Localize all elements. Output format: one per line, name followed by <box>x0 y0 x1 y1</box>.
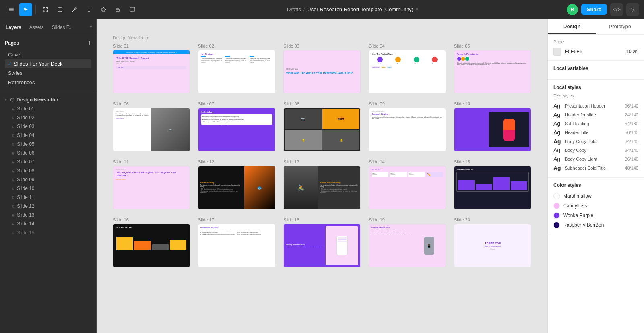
play-button[interactable]: ▷ <box>626 3 639 16</box>
slide-thumb-18[interactable]: Working On User Stories How you will wor… <box>283 224 361 267</box>
layer-item-slide04[interactable]: # Slide 04 <box>0 131 96 140</box>
component-tool-button[interactable] <box>97 3 110 16</box>
swatch-wonka-purple[interactable] <box>553 212 560 219</box>
slide-thumb-17[interactable]: Unanswered Questions 1. What weren't you… <box>198 224 275 267</box>
comment-tool-button[interactable] <box>126 3 139 16</box>
page-color-hex[interactable]: E5E5E5 <box>565 49 582 54</box>
topbar-right: R Share </> ▷ <box>567 3 639 16</box>
slide-20-handle: @furquan <box>490 248 495 250</box>
slide-thumb-14[interactable]: Title Of Slide Part 1 Lorem ipsum Part 2… <box>369 166 446 209</box>
style-name-header-slide[interactable]: Header for slide <box>565 112 621 117</box>
page-item-cover[interactable]: Cover <box>5 50 91 59</box>
layer-item-slide01[interactable]: # Slide 01 <box>0 104 96 113</box>
share-button[interactable]: Share <box>581 4 607 15</box>
layer-item-slide10[interactable]: # Slide 10 <box>0 184 96 193</box>
slide-thumb-11[interactable]: TITLE OF QUOTE "Add A Quote From A Parti… <box>113 166 190 209</box>
page-color-swatch[interactable] <box>553 48 561 56</box>
slide-thumb-04[interactable]: Meet The Project Team Annie Blair Cha <box>369 50 446 93</box>
text-styles-group: Text styles Ag Presentation Header 96/14… <box>553 93 638 172</box>
slide-thumb-05[interactable]: Research Participants Criteria for parti… <box>454 50 531 93</box>
layer-item-slide05[interactable]: # Slide 05 <box>0 140 96 149</box>
hand-tool-button[interactable] <box>111 3 124 16</box>
layer-item-slide14[interactable]: # Slide 14 <box>0 219 96 228</box>
layer-item-slide15[interactable]: # Slide 15 <box>0 228 96 237</box>
style-name-body-bold[interactable]: Body Copy Bold <box>565 139 621 144</box>
style-name-header-title[interactable]: Header Title <box>565 130 621 135</box>
tab-assets[interactable]: Assets <box>27 23 46 32</box>
layer-item-slide07[interactable]: # Slide 07 <box>0 157 96 166</box>
breadcrumb-drafts[interactable]: Drafts <box>287 6 301 12</box>
slide-thumb-10[interactable] <box>454 108 531 151</box>
swatch-candyfloss[interactable] <box>553 203 560 209</box>
swatch-raspberry[interactable] <box>553 222 560 228</box>
layer-label-slide09: Slide 09 <box>17 177 34 182</box>
slide-thumb-01[interactable]: Subscribe To My Free Design Newsletter R… <box>113 50 190 93</box>
layer-item-slide11[interactable]: # Slide 11 <box>0 193 96 202</box>
slide-thumb-12[interactable]: Research Finding Talk about key research… <box>198 166 275 209</box>
ag-icon-body: Ag <box>553 147 561 153</box>
move-tool-button[interactable] <box>19 3 32 16</box>
layer-item-slide03[interactable]: # Slide 03 <box>0 122 96 131</box>
collapse-icon[interactable]: ⌃ <box>89 25 93 30</box>
style-name-presentation-header[interactable]: Presentation Header <box>565 103 621 108</box>
shape-tool-button[interactable] <box>54 3 66 16</box>
slide-thumb-09[interactable]: Insight Into The Designs Research Findin… <box>369 108 446 151</box>
slide-thumb-16[interactable]: Title of Your Bar Chart <box>113 224 190 267</box>
slide-07-card: • How did you carry out the research? Wh… <box>201 114 272 125</box>
tab-layers[interactable]: Layers <box>3 23 24 32</box>
slide-wrapper-12: Slide 12 Research Finding Talk about key… <box>198 159 275 209</box>
page-item-styles[interactable]: Styles <box>5 68 91 78</box>
tab-prototype[interactable]: Prototype <box>596 19 644 34</box>
style-name-body-light[interactable]: Body Copy Light <box>565 157 621 161</box>
slide-thumb-07[interactable]: Methodology • How did you carry out the … <box>198 108 275 151</box>
layer-item-slide06[interactable]: # Slide 06 <box>0 149 96 157</box>
style-row-body-light: Ag Body Copy Light 36/140 <box>553 155 638 163</box>
slide-thumb-13[interactable]: 🚴 Another Research Finding I am trying r… <box>283 166 361 209</box>
code-button[interactable]: </> <box>610 3 623 16</box>
chevron-down-icon[interactable]: ▾ <box>416 6 419 12</box>
style-name-subheader-bold[interactable]: Subheader Bold Title <box>565 165 621 170</box>
ag-icon-subheader-bold: Ag <box>553 165 561 171</box>
style-name-subheading[interactable]: SubHeading <box>565 121 621 126</box>
slide-thumb-08[interactable]: 📷 NEXT 👷 👷 <box>283 108 361 151</box>
color-name-raspberry[interactable]: Raspberry BonBon <box>563 222 604 228</box>
layer-item-slide08[interactable]: # Slide 08 <box>0 166 96 175</box>
layer-label-slide08: Slide 08 <box>17 168 34 174</box>
text-tool-button[interactable] <box>83 3 95 16</box>
layer-label-slide12: Slide 12 <box>17 203 34 209</box>
slide-wrapper-02: Slide 02 Key Findings Lorem ipsum dolor … <box>198 43 275 93</box>
layer-item-slide09[interactable]: # Slide 09 <box>0 175 96 184</box>
page-item-slides[interactable]: ✓ Slides For Your Deck <box>5 59 91 68</box>
color-name-wonka-purple[interactable]: Wonka Purple <box>563 213 593 218</box>
color-name-marshmallow[interactable]: Marshmallow <box>563 193 592 199</box>
add-page-button[interactable]: + <box>88 39 91 47</box>
page-item-references[interactable]: References <box>5 78 91 87</box>
app-menu-button[interactable] <box>5 3 18 16</box>
layer-item-slide12[interactable]: # Slide 12 <box>0 202 96 211</box>
layer-label-slide15: Slide 15 <box>17 230 34 236</box>
style-name-body[interactable]: Body Copy <box>565 148 621 153</box>
slide-04-title: Meet The Project Team <box>372 53 443 55</box>
swatch-marshmallow[interactable] <box>553 193 560 199</box>
slide-thumb-06[interactable]: Analog Racing No matter my race, the cit… <box>113 108 190 151</box>
frame-icon: # <box>12 168 14 173</box>
layer-item-newsletter[interactable]: ▾ ⬡ Design Newsletter <box>0 95 96 104</box>
color-name-candyfloss[interactable]: Candyfloss <box>563 203 587 209</box>
slide-thumb-02[interactable]: Key Findings Lorem ipsum dolor sit amet … <box>198 50 275 93</box>
tab-slides[interactable]: Slides F... <box>50 23 75 32</box>
slide-thumb-15[interactable]: Title of Your Bar Chart <box>454 166 531 209</box>
slide-thumb-03[interactable]: RESEARCH AIM What Was The Aim Of Your Re… <box>283 50 361 93</box>
slide-01-badge: Read Now <box>116 66 186 69</box>
tab-design[interactable]: Design <box>548 19 596 34</box>
slide-thumb-20[interactable]: Thank You Made By Furquan Ahmad @furquan <box>454 224 531 267</box>
frame-icon: # <box>12 204 14 209</box>
slide-20-title: Thank You <box>485 241 501 245</box>
pen-tool-button[interactable] <box>68 3 81 16</box>
layer-item-slide13[interactable]: # Slide 13 <box>0 211 96 219</box>
layer-item-slide02[interactable]: # Slide 02 <box>0 113 96 122</box>
slide-06-tag: Analog Finding <box>116 118 149 119</box>
frame-tool-button[interactable] <box>39 3 52 16</box>
slide-08-photo3: 👷 <box>285 130 322 150</box>
page-color-opacity[interactable]: 100% <box>626 49 638 54</box>
slide-thumb-19[interactable]: Concept Of Future Work I believe you wan… <box>369 224 446 267</box>
